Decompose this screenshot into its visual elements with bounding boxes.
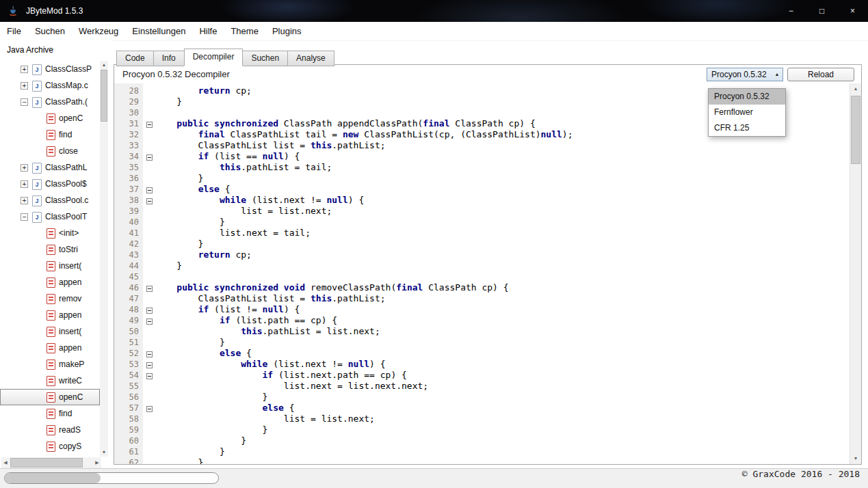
code-line: 58 list = list.next; [114,414,850,424]
tree-item-remov[interactable]: remov [0,290,100,307]
fold-collapse-icon[interactable] [146,187,153,193]
tree-item-init[interactable]: <init> [0,225,100,241]
code-line: 35 this.pathList = tail; [114,162,850,173]
fold-collapse-icon[interactable] [146,154,153,161]
expand-plus-icon[interactable]: + [21,66,28,73]
line-number: 60 [114,435,143,446]
tree-item-reads[interactable]: readS [0,422,100,438]
editor-vertical-scrollbar[interactable]: ▲ ▼ [850,83,861,464]
method-icon [47,277,55,288]
fold-column [143,424,155,435]
editor-scrollbar-thumb[interactable] [851,96,860,164]
fold-collapse-icon[interactable] [146,122,153,128]
tree-item-insert[interactable]: insert( [0,323,100,340]
expand-plus-icon[interactable]: + [21,180,28,188]
menu-hilfe[interactable]: Hilfe [192,22,224,40]
scroll-down-icon[interactable]: ▼ [850,453,861,464]
line-number: 29 [114,96,143,107]
maximize-button[interactable]: □ [806,0,837,22]
tree-item-openc[interactable]: openC [0,110,100,126]
line-number: 58 [114,414,143,424]
collapse-minus-icon[interactable]: − [21,213,28,221]
tree-item-classpoolt[interactable]: −JClassPoolT [0,208,100,225]
fold-collapse-icon[interactable] [146,318,153,325]
scroll-up-icon[interactable]: ▲ [850,83,861,94]
code-text: list = list.next; [155,414,375,424]
dropdown-option-fernflower[interactable]: Fernflower [709,105,785,120]
fold-collapse-icon[interactable] [146,198,153,204]
tab-code[interactable]: Code [116,51,154,66]
tree-item-appen[interactable]: appen [0,274,100,290]
scroll-right-icon[interactable]: ▶ [93,457,101,468]
tree-scrollbar-thumb[interactable] [101,70,107,122]
fold-collapse-icon[interactable] [146,406,153,412]
method-icon [47,310,55,321]
menu-einstellungen[interactable]: Einstellungen [125,22,192,40]
combo-arrow-icon[interactable]: ▲ [772,68,782,81]
scroll-up-icon[interactable]: ▲ [100,61,108,69]
tree-item-classpool[interactable]: +JClassPool$ [0,176,100,192]
code-text: list.next = list.next.next; [155,381,428,392]
tree-item-tostri[interactable]: toStri [0,241,100,258]
fold-collapse-icon[interactable] [146,373,153,379]
tree-hscrollbar-thumb[interactable] [10,458,83,467]
code-lines[interactable]: 28 return cp;29 }3031 public synchronize… [114,85,850,464]
tab-info[interactable]: Info [153,51,185,66]
tree-item-classpath[interactable]: −JClassPath.( [0,94,100,110]
tab-decompiler[interactable]: Decompiler [184,49,244,66]
file-tree[interactable]: +JClassClassP+JClassMap.c−JClassPath.(op… [0,61,100,457]
line-number: 62 [114,457,143,464]
tree-item-appen[interactable]: appen [0,307,100,323]
tree-item-find[interactable]: find [0,405,100,422]
code-editor[interactable]: 28 return cp;29 }3031 public synchronize… [114,83,861,464]
tab-analyse[interactable]: Analyse [287,51,334,66]
expand-plus-icon[interactable]: + [21,197,28,204]
tree-item-classclassp[interactable]: +JClassClassP [0,61,100,77]
minimize-button[interactable]: − [776,0,806,22]
tree-item-writec[interactable]: writeC [0,372,100,389]
tree-vertical-scrollbar[interactable]: ▲ ▼ [100,61,108,457]
menu-file[interactable]: File [0,22,28,40]
fold-collapse-icon[interactable] [146,308,153,314]
tree-horizontal-scrollbar[interactable]: ◀ ▶ [1,457,101,468]
collapse-minus-icon[interactable]: − [21,98,28,106]
dropdown-option-procyon-0-5-32[interactable]: Procyon 0.5.32 [709,89,785,105]
expand-plus-icon[interactable]: + [21,82,28,90]
fold-column [143,85,155,96]
fold-column [143,403,155,414]
close-button[interactable]: × [837,0,868,22]
tree-item-close[interactable]: close [0,143,100,159]
decompiler-select[interactable]: Procyon 0.5.32 ▲ [707,68,783,81]
code-line: 61 } [114,446,850,457]
tab-suchen[interactable]: Suchen [242,51,288,66]
tree-item-makep[interactable]: makeP [0,356,100,372]
fold-column [143,457,155,464]
tree-item-label: ClassPoolT [45,212,87,221]
menu-suchen[interactable]: Suchen [28,22,72,40]
fold-collapse-icon[interactable] [146,351,153,357]
line-number: 37 [114,184,143,195]
code-text: this.pathList = list.next; [155,326,380,337]
code-line: 41 list.next = tail; [114,228,850,239]
menu-plugins[interactable]: Plugins [265,22,308,40]
fold-collapse-icon[interactable] [146,286,153,292]
dropdown-option-cfr-1-25[interactable]: CFR 1.25 [709,120,785,136]
scroll-down-icon[interactable]: ▼ [100,448,108,457]
menu-werkzeug[interactable]: Werkzeug [72,22,125,40]
tree-item-classpool-c[interactable]: +JClassPool.c [0,192,100,208]
scroll-left-icon[interactable]: ◀ [1,457,10,468]
menu-theme[interactable]: Theme [224,22,265,40]
tree-item-classmap-c[interactable]: +JClassMap.c [0,77,100,94]
class-icon: J [32,179,42,190]
tree-item-appen[interactable]: appen [0,340,100,356]
tree-item-find[interactable]: find [0,126,100,143]
tree-item-insert[interactable]: insert( [0,258,100,274]
expand-plus-icon[interactable]: + [21,164,28,172]
reload-button[interactable]: Reload [787,68,854,81]
tree-item-copys[interactable]: copyS [0,438,100,455]
fold-column [143,348,155,359]
code-line: 60 } [114,435,850,446]
tree-item-openc[interactable]: openC [0,389,100,405]
fold-collapse-icon[interactable] [146,362,153,368]
tree-item-classpathl[interactable]: +JClassPathL [0,159,100,176]
